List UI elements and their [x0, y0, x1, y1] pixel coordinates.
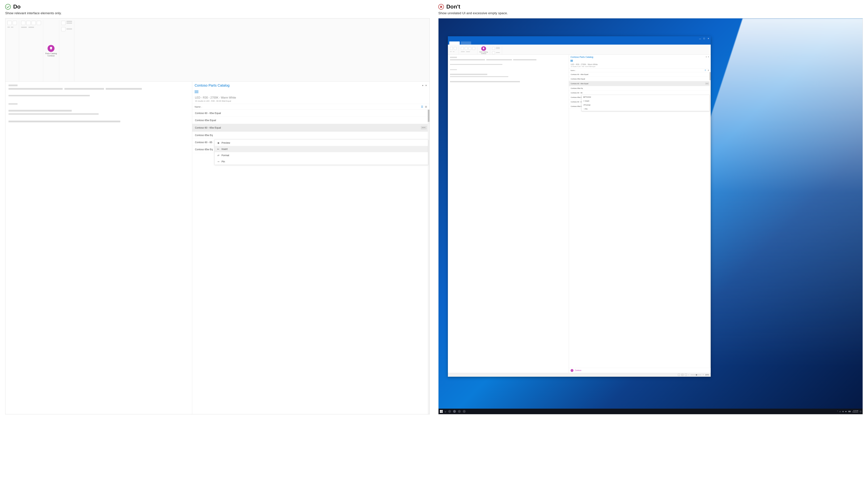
- view-mode-icon[interactable]: [685, 374, 687, 376]
- zoom-slider[interactable]: [690, 375, 701, 375]
- x-icon: [438, 4, 444, 10]
- chevron-up-icon[interactable]: ˄: [837, 410, 838, 412]
- taskbar: ⌕ ˄ ▭ ⋒ 🔊︎ ⌨ 6:30 AM7/30/2015 ▢: [439, 409, 863, 414]
- column-name[interactable]: Name: [570, 69, 574, 71]
- desktop-wallpaper: — ☐ ✕ Parts CatalogContoso: [439, 18, 863, 414]
- menu-format[interactable]: ⇄Format: [215, 152, 428, 158]
- do-screenshot: Parts CatalogContoso: [5, 18, 430, 414]
- pin-icon: ⊸: [583, 108, 585, 110]
- taskbar-app-icon[interactable]: [458, 410, 461, 413]
- dont-title: Don't: [446, 3, 460, 10]
- pane-close-icon[interactable]: ✕: [425, 84, 427, 87]
- do-column: Do Show relevant interface elements only…: [5, 3, 430, 414]
- keyboard-icon[interactable]: ⌨: [848, 410, 851, 412]
- view-mode-icon[interactable]: [682, 374, 684, 376]
- ribbon: Parts CatalogContoso: [448, 44, 711, 55]
- list-item[interactable]: Contoso 60 - 65w Equal: [192, 110, 429, 117]
- search-title: LED - R30 - 2700K - Warm White: [195, 96, 427, 99]
- pane-dropdown-icon[interactable]: ▾: [706, 56, 707, 58]
- maximize-icon[interactable]: ☐: [703, 38, 705, 40]
- minimize-icon[interactable]: —: [699, 38, 701, 40]
- statusbar: − + 100%: [448, 373, 711, 377]
- grid-view-icon[interactable]: ⊞: [425, 105, 427, 108]
- dont-screenshot: — ☐ ✕ Parts CatalogContoso: [438, 18, 863, 414]
- titlebar: — ☐ ✕: [448, 36, 711, 41]
- more-icon[interactable]: •••: [705, 82, 709, 85]
- avatar: C: [571, 369, 573, 372]
- list-item[interactable]: Contoso 60 - 65w Equal•••: [192, 124, 429, 132]
- battery-icon[interactable]: ▭: [839, 410, 841, 412]
- task-pane: Contoso Parts Catalog ▾✕ LED - R30 - 270…: [192, 82, 429, 414]
- system-tray: ˄ ▭ ⋒ 🔊︎ ⌨ 6:30 AM7/30/2015 ▢: [837, 410, 861, 413]
- zoom-value: 100%: [705, 374, 709, 376]
- ribbon: Parts CatalogContoso: [5, 18, 429, 82]
- notifications-icon[interactable]: ▢: [860, 410, 861, 412]
- preview-icon: ◉: [217, 141, 220, 144]
- taskbar-app-icon[interactable]: [448, 410, 451, 413]
- pane-title: Contoso Parts Catalog: [570, 56, 593, 58]
- pane-dropdown-icon[interactable]: ▾: [422, 84, 424, 87]
- taskbar-app-icon[interactable]: [453, 410, 456, 413]
- search-title: LED - R30 - 2700K - Warm White: [571, 63, 709, 65]
- dont-column: Don't Show unrelated UI and excessive em…: [438, 3, 863, 414]
- list-view-icon[interactable]: ☰: [705, 69, 706, 71]
- list-item[interactable]: Contoso 85w Equal: [569, 77, 711, 81]
- list-item[interactable]: Contoso 60 - 65w Equal•••: [569, 81, 711, 86]
- column-name[interactable]: Name: [195, 105, 201, 108]
- document-area: [5, 82, 192, 414]
- zoom-out-icon[interactable]: −: [688, 374, 689, 376]
- check-icon: [5, 4, 11, 10]
- search-icon[interactable]: ⌕: [445, 410, 446, 413]
- insert-icon: ⇤: [583, 100, 585, 102]
- menu-pin[interactable]: ⊸Pin: [215, 158, 428, 165]
- menu-format[interactable]: ⇄Format: [582, 103, 710, 107]
- list-item[interactable]: Contoso 85w Eq: [569, 86, 711, 91]
- view-mode-icon[interactable]: [678, 374, 680, 376]
- task-pane: Contoso Parts Catalog ▾✕ LED - R30 - 270…: [569, 55, 711, 373]
- preview-icon: ◉: [583, 96, 585, 98]
- menu-pin[interactable]: ⊸Pin: [582, 107, 710, 111]
- search-subtitle: 16 results in LED - R30 - 60-65 Watt Equ…: [195, 100, 427, 102]
- menu-preview[interactable]: ◉Preview: [215, 140, 428, 146]
- menu-preview[interactable]: ◉Preview: [582, 95, 710, 99]
- lightbulb-icon[interactable]: [48, 45, 54, 52]
- context-menu: ◉Preview ⇤Insert ⇄Format ⊸Pin: [581, 95, 710, 111]
- menu-insert[interactable]: ⇤Insert: [582, 99, 710, 103]
- tab[interactable]: [449, 41, 460, 44]
- close-icon[interactable]: ✕: [707, 38, 709, 40]
- scrollbar[interactable]: [710, 72, 711, 368]
- list-item[interactable]: Contoso 60 - 65w Equal: [569, 72, 711, 77]
- volume-icon[interactable]: 🔊︎: [845, 410, 847, 412]
- clock[interactable]: 6:30 AM7/30/2015: [852, 410, 858, 413]
- pane-close-icon[interactable]: ✕: [708, 56, 709, 58]
- grid-view-icon[interactable]: ⊞: [708, 69, 709, 71]
- sort-arrow-icon[interactable]: ↓: [201, 106, 202, 108]
- zoom-in-icon[interactable]: +: [703, 374, 703, 376]
- list-view-icon[interactable]: ☰: [421, 105, 423, 108]
- list-item[interactable]: Contoso 85w Eq: [192, 132, 429, 139]
- tab[interactable]: [461, 41, 471, 44]
- more-icon[interactable]: •••: [421, 126, 427, 129]
- format-icon: ⇄: [217, 154, 220, 157]
- list-item[interactable]: Contoso 60 - 65: [569, 91, 711, 95]
- ribbon-addin-label: Parts Catalog: [45, 52, 57, 54]
- menu-insert[interactable]: ⇤Insert: [215, 146, 428, 152]
- do-title: Do: [13, 3, 21, 10]
- pane-title: Contoso Parts Catalog: [195, 83, 230, 88]
- hamburger-icon[interactable]: [192, 89, 429, 95]
- start-icon[interactable]: [440, 410, 443, 413]
- list-item[interactable]: Contoso 85w Equal: [192, 117, 429, 124]
- wifi-icon[interactable]: ⋒: [842, 410, 844, 412]
- do-subtitle: Show relevant interface elements only.: [5, 11, 430, 15]
- sort-arrow-icon[interactable]: ↓: [575, 69, 576, 71]
- pin-icon: ⊸: [217, 160, 220, 163]
- app-window: — ☐ ✕ Parts CatalogContoso: [448, 36, 711, 377]
- dont-subtitle: Show unrelated UI and excessive empty sp…: [438, 11, 863, 15]
- taskbar-app-icon[interactable]: [463, 410, 466, 413]
- hamburger-icon[interactable]: [569, 59, 711, 63]
- context-menu: ◉Preview ⇤Insert ⇄Format ⊸Pin: [215, 140, 428, 165]
- document-area: [448, 55, 569, 373]
- format-icon: ⇄: [583, 104, 585, 106]
- lightbulb-icon[interactable]: [481, 46, 486, 51]
- search-subtitle: 16 results in LED - R30 - 60-65 Watt Equ…: [571, 66, 709, 67]
